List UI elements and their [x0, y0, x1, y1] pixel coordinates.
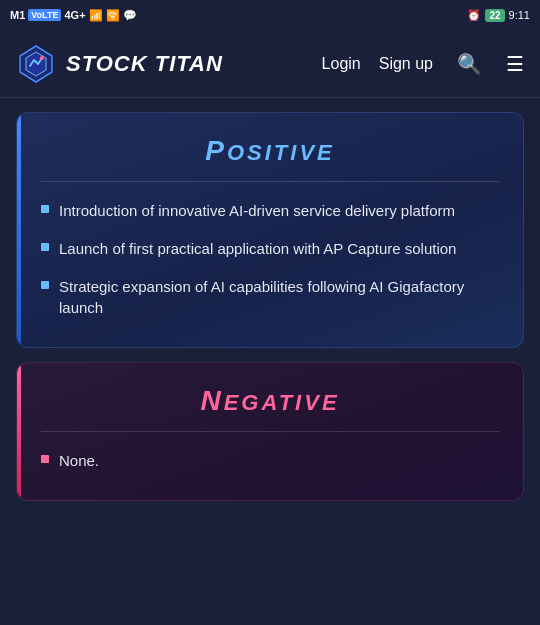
positive-list: Introduction of innovative AI-driven ser…: [41, 200, 499, 319]
signal-bars: 📶: [89, 9, 103, 22]
menu-icon[interactable]: ☰: [506, 52, 524, 76]
positive-title-rest: OSITIVE: [227, 140, 335, 165]
alarm-icon: ⏰: [467, 9, 481, 22]
navbar: STOCK TITAN Login Sign up 🔍 ☰: [0, 30, 540, 98]
logo-icon: [16, 44, 56, 84]
battery-badge: 22: [485, 9, 504, 22]
negative-list: None.: [41, 450, 499, 472]
message-icon: 💬: [123, 9, 137, 22]
status-right: ⏰ 22 9:11: [467, 9, 530, 22]
bullet-marker-1: [41, 205, 49, 213]
login-link[interactable]: Login: [322, 55, 361, 73]
signup-link[interactable]: Sign up: [379, 55, 433, 73]
bullet-marker-2: [41, 243, 49, 251]
carrier-label: M1: [10, 9, 25, 21]
negative-item-1: None.: [59, 450, 99, 472]
negative-title: NEGATIVE: [41, 385, 499, 417]
time-label: 9:11: [509, 9, 530, 21]
negative-title-rest: EGATIVE: [224, 390, 340, 415]
bullet-marker-3: [41, 281, 49, 289]
volte-badge: VoLTE: [28, 9, 61, 21]
positive-divider: [41, 181, 499, 182]
positive-title-first: P: [205, 135, 227, 166]
wifi-icon: 🛜: [106, 9, 120, 22]
logo-text: STOCK TITAN: [66, 51, 223, 77]
negative-title-first: N: [200, 385, 223, 416]
negative-card: NEGATIVE None.: [16, 362, 524, 501]
svg-point-2: [40, 56, 44, 60]
list-item: Strategic expansion of AI capabilities f…: [41, 276, 499, 320]
positive-item-1: Introduction of innovative AI-driven ser…: [59, 200, 455, 222]
status-bar: M1 VoLTE 4G+ 📶 🛜 💬 ⏰ 22 9:11: [0, 0, 540, 30]
positive-title: POSITIVE: [41, 135, 499, 167]
list-item: Launch of first practical application wi…: [41, 238, 499, 260]
positive-card: POSITIVE Introduction of innovative AI-d…: [16, 112, 524, 348]
negative-divider: [41, 431, 499, 432]
search-icon[interactable]: 🔍: [457, 52, 482, 76]
logo-area: STOCK TITAN: [16, 44, 322, 84]
list-item: None.: [41, 450, 499, 472]
positive-item-3: Strategic expansion of AI capabilities f…: [59, 276, 499, 320]
list-item: Introduction of innovative AI-driven ser…: [41, 200, 499, 222]
positive-item-2: Launch of first practical application wi…: [59, 238, 456, 260]
network-type: 4G+: [64, 9, 85, 21]
bullet-marker-neg-1: [41, 455, 49, 463]
content-area: POSITIVE Introduction of innovative AI-d…: [0, 98, 540, 515]
status-left: M1 VoLTE 4G+ 📶 🛜 💬: [10, 9, 137, 22]
nav-links: Login Sign up 🔍 ☰: [322, 52, 524, 76]
